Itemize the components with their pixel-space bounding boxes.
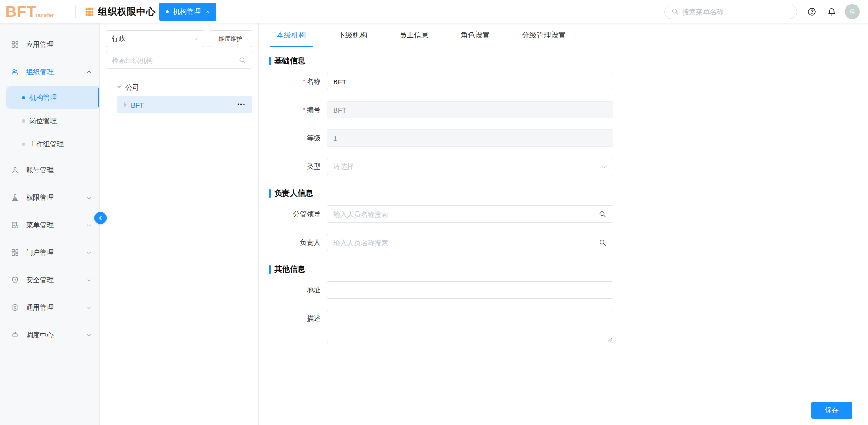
field-label-type: 类型 [269, 158, 327, 175]
menu-search-input[interactable] [682, 8, 790, 16]
tree-node-company[interactable]: 公司 [106, 79, 252, 96]
org-tree-search-input[interactable] [112, 56, 239, 64]
section-manager-info: 负责人信息 分管领导 负责人 [269, 188, 868, 251]
sidebar-collapse-button[interactable] [94, 212, 107, 224]
name-input[interactable] [327, 73, 613, 90]
chevron-down-icon [86, 277, 92, 283]
user-avatar[interactable]: 租 [845, 4, 860, 19]
sidebar-subitem-label: 工作组管理 [29, 140, 64, 149]
sidebar-item-security-management[interactable]: 安全管理 [0, 266, 99, 294]
chevron-down-icon [193, 36, 199, 42]
sidebar-item-label: 权限管理 [26, 194, 86, 202]
chevron-down-icon [602, 164, 608, 170]
org-tree-search[interactable] [106, 52, 252, 69]
supervisor-search-input[interactable] [327, 206, 592, 222]
search-icon[interactable] [592, 206, 613, 222]
manager-search-field [327, 234, 613, 251]
more-actions-icon[interactable]: ••• [237, 102, 246, 108]
dimension-select-value: 行政 [112, 34, 193, 43]
sidebar-item-org-management[interactable]: 组织管理 [0, 58, 99, 86]
manager-search-input[interactable] [327, 234, 592, 251]
sidebar-subitem-label: 机构管理 [29, 93, 57, 102]
org-tree-panel: 行政 维度维护 公司 BFT ••• [100, 23, 259, 425]
logo-subtext: ransfer [35, 12, 54, 18]
dimension-maintain-button[interactable]: 维度维护 [209, 30, 252, 47]
sidebar-nav: 应用管理 组织管理 机构管理 岗位管理 工作组管理 [0, 23, 100, 425]
sidebar-item-label: 菜单管理 [26, 221, 86, 230]
tab-tiered-management[interactable]: 分级管理设置 [515, 31, 573, 47]
field-label-supervisor: 分管领导 [269, 205, 327, 223]
document-icon [11, 221, 19, 229]
caret-down-icon[interactable] [117, 86, 121, 89]
caret-right-icon[interactable] [124, 102, 127, 107]
sidebar-item-label: 安全管理 [26, 276, 86, 285]
sidebar-item-label: 组织管理 [26, 68, 86, 76]
shield-plus-icon [11, 276, 19, 284]
header-divider [75, 6, 76, 18]
page-title: 组织权限中心 [98, 5, 156, 18]
sidebar-item-portal-management[interactable]: 门户管理 [0, 239, 99, 266]
tab-current-org[interactable]: 本级机构 [270, 31, 313, 47]
grid-icon [11, 40, 19, 48]
menu-search[interactable] [664, 5, 797, 19]
sidebar-item-label: 应用管理 [26, 40, 92, 49]
sidebar-item-dispatch-center[interactable]: 调度中心 [0, 321, 99, 349]
sidebar-item-label: 账号管理 [26, 166, 92, 175]
team-icon [11, 68, 19, 76]
dot-icon [22, 119, 25, 123]
sidebar-item-menu-management[interactable]: 菜单管理 [0, 211, 99, 239]
sidebar-item-label: 通用管理 [26, 303, 86, 312]
tab-sub-org[interactable]: 下级机构 [331, 31, 374, 47]
tab-close-icon[interactable]: × [206, 8, 210, 15]
open-tab-org-management[interactable]: 机构管理 × [159, 3, 216, 21]
sidebar-item-account-management[interactable]: 账号管理 [0, 156, 99, 184]
notification-bell-icon[interactable] [827, 7, 836, 16]
address-input[interactable] [327, 281, 613, 299]
field-label-level: 等级 [269, 129, 327, 147]
sidebar-item-label: 调度中心 [26, 331, 86, 339]
chevron-left-icon [98, 215, 103, 221]
section-title: 其他信息 [274, 264, 305, 274]
tab-role-settings[interactable]: 角色设置 [454, 31, 497, 47]
sidebar-item-app-management[interactable]: 应用管理 [0, 31, 99, 58]
chevron-down-icon [86, 332, 92, 338]
sidebar-subitem-workgroup-management[interactable]: 工作组管理 [0, 133, 99, 156]
type-select-placeholder: 请选择 [333, 162, 602, 171]
main-content: 本级机构 下级机构 员工信息 角色设置 分级管理设置 基础信息 *名称 *编号 [259, 23, 868, 425]
chevron-down-icon [86, 222, 92, 228]
sidebar-subitem-institution-management[interactable]: 机构管理 [6, 86, 99, 109]
description-textarea[interactable] [327, 310, 613, 343]
help-icon[interactable] [807, 7, 817, 16]
save-button[interactable]: 保存 [811, 402, 852, 419]
tree-node-bft[interactable]: BFT ••• [117, 96, 252, 113]
chevron-down-icon [86, 195, 92, 201]
field-label-name: *名称 [269, 73, 327, 90]
required-mark: * [303, 106, 305, 113]
section-accent-bar [269, 57, 271, 65]
chevron-up-icon [86, 69, 92, 75]
dot-icon [22, 143, 25, 146]
field-label-manager: 负责人 [269, 234, 327, 251]
search-icon [671, 8, 679, 16]
tree-node-label: BFT [131, 101, 144, 109]
active-dot-icon [22, 96, 25, 99]
portal-grid-icon [11, 248, 19, 257]
sidebar-subitem-post-management[interactable]: 岗位管理 [0, 110, 99, 132]
required-mark: * [303, 77, 305, 85]
user-icon [11, 166, 19, 174]
dimension-select[interactable]: 行政 [106, 30, 204, 47]
resize-handle[interactable] [608, 338, 612, 342]
app-header: BFT ransfer 组织权限中心 机构管理 × [0, 0, 868, 23]
tab-employee-info[interactable]: 员工信息 [392, 31, 435, 47]
tab-label: 机构管理 [173, 7, 201, 16]
type-select[interactable]: 请选择 [327, 158, 613, 175]
sidebar-item-general-management[interactable]: 通用管理 [0, 294, 99, 321]
code-input [327, 101, 613, 118]
app-grid-icon [85, 7, 94, 16]
field-label-description: 描述 [269, 310, 327, 327]
sidebar-item-permission-management[interactable]: 权限管理 [0, 184, 99, 211]
search-icon[interactable] [592, 234, 613, 251]
app-logo: BFT ransfer [5, 4, 73, 19]
robot-icon [11, 331, 19, 339]
tree-node-label: 公司 [125, 83, 139, 92]
